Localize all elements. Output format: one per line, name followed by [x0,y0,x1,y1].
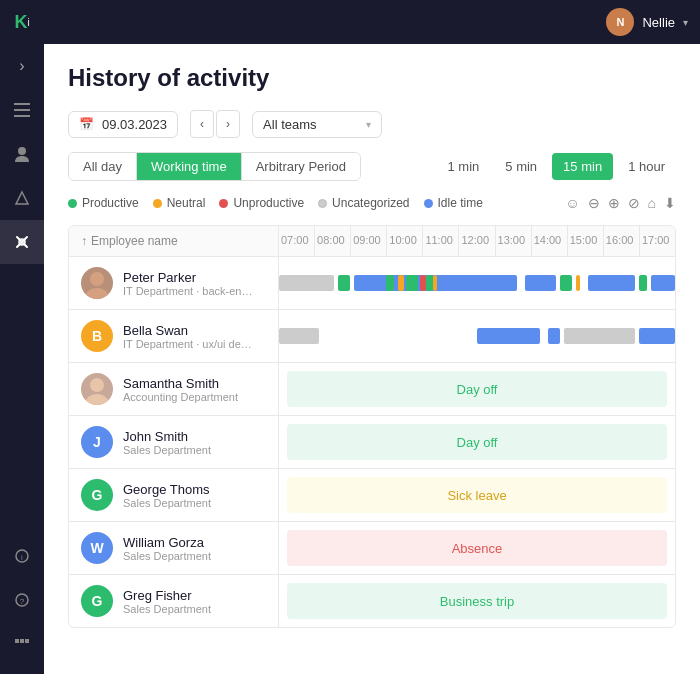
avatar-george: G [81,479,113,511]
avatar-initial: B [92,328,102,344]
team-value: All teams [263,117,316,132]
employee-bella-details: Bella Swan IT Department · ux/ui design.… [123,323,253,350]
sort-icon: ↑ [81,234,87,248]
nav-forward-icon[interactable]: › [0,44,44,88]
sidebar-item-menu[interactable] [0,88,44,132]
prev-date-button[interactable]: ‹ [190,110,214,138]
greg-status: Business trip [279,575,675,627]
date-value: 09.03.2023 [102,117,167,132]
home-icon[interactable]: ⌂ [648,195,656,211]
topbar: N Nellie ▾ [44,0,700,44]
zoom-icon[interactable]: ⊕ [608,195,620,211]
date-picker[interactable]: 📅 09.03.2023 [68,111,178,138]
hour-1200: 12:00 [459,226,495,256]
hour-0800: 08:00 [315,226,351,256]
download-icon[interactable]: ⬇ [664,195,676,211]
productive-dot [68,199,77,208]
gantt-bar [588,275,636,291]
main-content: N Nellie ▾ History of activity 📅 09.03.2… [44,0,700,674]
samantha-name: Samantha Smith [123,376,238,391]
john-dept: Sales Department [123,444,211,456]
employee-samantha: Samantha Smith Accounting Department [69,363,279,415]
avatar-greg: G [81,585,113,617]
avatar-initial: W [90,540,103,556]
table-row: Peter Parker IT Department · back-end de… [69,257,675,310]
interval-15min[interactable]: 15 min [552,153,613,180]
filter-icon[interactable]: ⊘ [628,195,640,211]
svg-rect-2 [14,115,30,117]
sidebar-item-help[interactable]: ? [0,578,44,622]
team-select[interactable]: All teams ▾ [252,111,382,138]
sidebar-item-expand[interactable] [0,622,44,666]
tab-arbitrary[interactable]: Arbitrary Period [242,153,360,180]
sidebar-item-tools[interactable] [0,220,44,264]
minus-circle-icon[interactable]: ⊖ [588,195,600,211]
interval-1hour[interactable]: 1 hour [617,153,676,180]
tab-workingtime[interactable]: Working time [137,153,242,180]
employee-william-details: William Gorza Sales Department [123,535,211,562]
sidebar-item-person[interactable] [0,132,44,176]
svg-marker-4 [16,192,28,204]
william-status: Absence [279,522,675,574]
gantt-bar [406,275,418,291]
legend-productive: Productive [68,196,139,210]
interval-5min[interactable]: 5 min [494,153,548,180]
hour-1500: 15:00 [568,226,604,256]
interval-1min[interactable]: 1 min [437,153,491,180]
productive-label: Productive [82,196,139,210]
peter-gantt [279,257,675,309]
employee-greg-details: Greg Fisher Sales Department [123,588,211,615]
gantt-bar [477,328,540,344]
table-row: G Greg Fisher Sales Department Business … [69,575,675,627]
avatar-initial: G [92,593,103,609]
status-badge: Absence [287,530,667,566]
svg-text:?: ? [20,597,25,606]
hour-0900: 09:00 [351,226,387,256]
smiley-icon[interactable]: ☺ [565,195,579,211]
employee-samantha-details: Samantha Smith Accounting Department [123,376,238,403]
username: Nellie [642,15,675,30]
george-dept: Sales Department [123,497,211,509]
gantt-bar [426,275,434,291]
gantt-bar [651,275,675,291]
avatar-peter [81,267,113,299]
avatar-bella: B [81,320,113,352]
william-name: William Gorza [123,535,211,550]
sidebar-item-info[interactable]: i [0,534,44,578]
idle-dot [424,199,433,208]
svg-rect-1 [14,109,30,111]
user-menu[interactable]: N Nellie ▾ [606,8,688,36]
john-name: John Smith [123,429,211,444]
employee-george: G George Thoms Sales Department [69,469,279,521]
app-logo: Ki [0,0,44,44]
employee-header-label: Employee name [91,234,178,248]
next-date-button[interactable]: › [216,110,240,138]
uncategorized-dot [318,199,327,208]
bella-gantt [279,310,675,362]
unproductive-dot [219,199,228,208]
status-badge: Sick leave [287,477,667,513]
legend-idle: Idle time [424,196,483,210]
employee-george-details: George Thoms Sales Department [123,482,211,509]
legend-actions: ☺ ⊖ ⊕ ⊘ ⌂ ⬇ [565,195,676,211]
hour-1600: 16:00 [604,226,640,256]
dropdown-icon: ▾ [366,119,371,130]
gantt-bar [338,275,350,291]
uncategorized-label: Uncategorized [332,196,409,210]
sidebar-item-share[interactable] [0,176,44,220]
avatar-initial: J [93,434,101,450]
tab-allday[interactable]: All day [69,153,137,180]
employee-peter-details: Peter Parker IT Department · back-end de… [123,270,253,297]
status-badge: Day off [287,424,667,460]
gantt-bar [639,328,675,344]
gantt-bar [398,275,404,291]
hour-1400: 14:00 [532,226,568,256]
legend: Productive Neutral Unproductive Uncatego… [68,195,676,211]
gantt-bar [437,275,516,291]
timeline-hours: 07:00 08:00 09:00 10:00 11:00 12:00 13:0… [279,226,675,256]
gantt-bar [560,275,572,291]
idle-label: Idle time [438,196,483,210]
calendar-icon: 📅 [79,117,94,131]
content-area: History of activity 📅 09.03.2023 ‹ › All… [44,44,700,674]
avatar-initial: G [92,487,103,503]
